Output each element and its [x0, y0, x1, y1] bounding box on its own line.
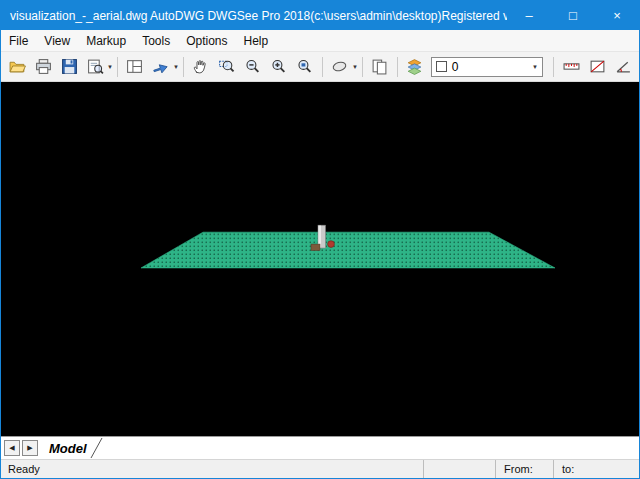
tab-slant-edge — [90, 437, 104, 459]
measure-tools-group — [549, 55, 636, 79]
app-window: visualization_-_aerial.dwg AutoDWG DWGSe… — [0, 0, 640, 479]
toolbar-separator — [553, 57, 554, 77]
pan-icon — [192, 58, 209, 75]
menu-file[interactable]: File — [1, 30, 36, 51]
layer-combo-value: 0 — [452, 60, 459, 74]
toolbar-separator — [117, 57, 118, 77]
window-controls: – □ × — [507, 1, 639, 30]
layout-button[interactable] — [123, 55, 147, 79]
open-icon — [9, 58, 26, 75]
base-block — [311, 244, 320, 250]
open-button[interactable] — [5, 55, 29, 79]
layer-combo[interactable]: 0 ▼ — [431, 57, 543, 77]
markup-arrow-dropdown[interactable]: ▼ — [173, 64, 179, 70]
pages-icon — [371, 58, 388, 75]
layer-color-swatch — [436, 61, 447, 72]
toolbar-separator — [397, 57, 398, 77]
scene — [1, 82, 639, 436]
markup-arrow-group: ▼ — [148, 55, 179, 79]
measure-angle-button[interactable] — [611, 55, 635, 79]
drawing-canvas[interactable] — [1, 82, 639, 436]
toolbar: ▼ ▼ ▼ — [1, 52, 639, 82]
zoom-extents-icon — [296, 58, 313, 75]
toolbar-separator — [183, 57, 184, 77]
print-icon — [35, 58, 52, 75]
menu-help[interactable]: Help — [236, 30, 277, 51]
menu-view[interactable]: View — [36, 30, 78, 51]
print-preview-group: ▼ — [82, 55, 113, 79]
pan-button[interactable] — [189, 55, 213, 79]
print-preview-icon — [87, 58, 104, 75]
toolbar-separator — [322, 57, 323, 77]
menu-tools[interactable]: Tools — [134, 30, 178, 51]
print-button[interactable] — [31, 55, 55, 79]
zoom-out-button[interactable] — [241, 55, 265, 79]
zoom-window-button[interactable] — [215, 55, 239, 79]
save-icon — [61, 58, 78, 75]
ellipse-tool-group: ▼ — [327, 55, 358, 79]
measure-angle-icon — [615, 58, 632, 75]
tab-scroll-left-button[interactable]: ◀ — [4, 440, 20, 456]
markup-arrow-icon — [152, 58, 169, 75]
close-button[interactable]: × — [595, 1, 639, 30]
status-bar: Ready From: to: — [1, 459, 639, 478]
ellipse-tool-dropdown[interactable]: ▼ — [352, 64, 358, 70]
status-ready-text: Ready — [1, 463, 40, 475]
minimize-button[interactable]: – — [507, 1, 551, 30]
status-empty-cell — [423, 460, 495, 478]
zoom-in-button[interactable] — [267, 55, 291, 79]
zoom-extents-button[interactable] — [293, 55, 317, 79]
measure-area-button[interactable] — [585, 55, 609, 79]
menu-options[interactable]: Options — [178, 30, 235, 51]
tab-model[interactable]: Model — [39, 437, 104, 459]
tab-scroll-right-button[interactable]: ▶ — [22, 440, 38, 456]
measure-distance-button[interactable] — [559, 55, 583, 79]
ellipse-tool-button[interactable] — [328, 55, 352, 79]
zoom-window-icon — [218, 58, 235, 75]
measure-area-icon — [589, 58, 606, 75]
zoom-in-icon — [270, 58, 287, 75]
maximize-button[interactable]: □ — [551, 1, 595, 30]
toolbar-separator — [362, 57, 363, 77]
status-from-label: From: — [495, 460, 553, 478]
print-preview-button[interactable] — [83, 55, 107, 79]
layers-button[interactable] — [403, 55, 427, 79]
print-preview-dropdown[interactable]: ▼ — [107, 64, 113, 70]
layout-icon — [126, 58, 143, 75]
status-right-panel: From: to: — [423, 460, 639, 478]
titlebar: visualization_-_aerial.dwg AutoDWG DWGSe… — [1, 1, 639, 30]
window-title: visualization_-_aerial.dwg AutoDWG DWGSe… — [1, 9, 507, 23]
zoom-out-icon — [244, 58, 261, 75]
pages-button[interactable] — [368, 55, 392, 79]
status-to-label: to: — [553, 460, 639, 478]
red-marker — [328, 241, 335, 248]
ground-plane — [141, 232, 555, 268]
tab-model-label: Model — [39, 441, 90, 456]
ellipse-tool-icon — [331, 58, 348, 75]
layers-icon — [406, 58, 423, 75]
menubar: File View Markup Tools Options Help — [1, 30, 639, 52]
markup-arrow-button[interactable] — [149, 55, 173, 79]
save-button[interactable] — [57, 55, 81, 79]
tab-bar: ◀ ▶ Model — [1, 436, 639, 459]
layer-combo-dropdown[interactable]: ▼ — [532, 64, 538, 70]
measure-distance-icon — [563, 58, 580, 75]
menu-markup[interactable]: Markup — [78, 30, 134, 51]
